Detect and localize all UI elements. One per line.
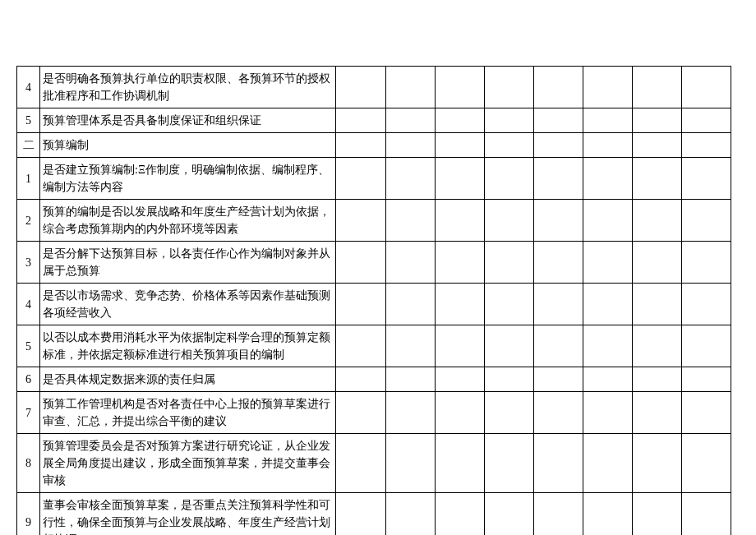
blank-cell xyxy=(681,434,731,493)
blank-cell xyxy=(385,133,435,158)
blank-cell xyxy=(681,367,731,392)
blank-cell xyxy=(336,325,385,367)
blank-cell xyxy=(583,284,632,325)
blank-cell xyxy=(533,493,583,536)
table-row: 8预算管理委员会是否对预算方案进行研究论证，从企业发展全局角度提出建议，形成全面… xyxy=(17,434,731,493)
blank-cell xyxy=(385,158,435,200)
blank-cell xyxy=(583,158,632,200)
blank-cell xyxy=(336,200,385,242)
blank-cell xyxy=(385,493,435,536)
row-number: 5 xyxy=(17,325,40,367)
blank-cell xyxy=(681,108,731,133)
table-row: 4是否以市场需求、竞争态势、价格体系等因素作基础预测各项经营收入 xyxy=(17,284,731,325)
blank-cell xyxy=(385,200,435,242)
blank-cell xyxy=(632,200,681,242)
blank-cell xyxy=(484,200,533,242)
blank-cell xyxy=(336,493,385,536)
blank-cell xyxy=(336,242,385,284)
blank-cell xyxy=(583,67,632,108)
blank-cell xyxy=(681,493,731,536)
blank-cell xyxy=(681,242,731,284)
table-row: 4是否明确各预算执行单位的职责权限、各预算环节的授权批准程序和工作协调机制 xyxy=(17,67,731,108)
blank-cell xyxy=(484,493,533,536)
blank-cell xyxy=(484,108,533,133)
row-number: 5 xyxy=(17,108,40,133)
row-description: 是否分解下达预算目标，以各责任作心作为编制对象并从属于总预算 xyxy=(40,242,336,284)
row-description: 预算管理体系是否具备制度保证和组织保证 xyxy=(40,108,336,133)
blank-cell xyxy=(484,67,533,108)
blank-cell xyxy=(681,133,731,158)
blank-cell xyxy=(336,434,385,493)
blank-cell xyxy=(632,242,681,284)
blank-cell xyxy=(583,108,632,133)
blank-cell xyxy=(385,67,435,108)
blank-cell xyxy=(583,434,632,493)
blank-cell xyxy=(336,133,385,158)
blank-cell xyxy=(435,200,484,242)
blank-cell xyxy=(484,158,533,200)
table-row: 2预算的编制是否以发展战略和年度生产经营计划为依据，综合考虑预算期内的内外部环境… xyxy=(17,200,731,242)
row-description: 预算工作管理机构是否对各责任中心上报的预算草案进行审查、汇总，并提出综合平衡的建… xyxy=(40,392,336,434)
table-row: 1是否建立预算编制:Ξ作制度，明确编制依据、编制程序、编制方法等内容 xyxy=(17,158,731,200)
blank-cell xyxy=(583,367,632,392)
blank-cell xyxy=(385,108,435,133)
blank-cell xyxy=(583,242,632,284)
blank-cell xyxy=(435,434,484,493)
blank-cell xyxy=(681,200,731,242)
table-row: 6是否具体规定数据来源的责任归属 xyxy=(17,367,731,392)
blank-cell xyxy=(336,392,385,434)
blank-cell xyxy=(632,493,681,536)
blank-cell xyxy=(435,108,484,133)
blank-cell xyxy=(583,133,632,158)
row-description: 预算编制 xyxy=(40,133,336,158)
blank-cell xyxy=(435,493,484,536)
blank-cell xyxy=(336,367,385,392)
blank-cell xyxy=(533,284,583,325)
table-row: 5预算管理体系是否具备制度保证和组织保证 xyxy=(17,108,731,133)
row-number: 4 xyxy=(17,67,40,108)
blank-cell xyxy=(632,158,681,200)
blank-cell xyxy=(632,392,681,434)
blank-cell xyxy=(533,242,583,284)
blank-cell xyxy=(632,67,681,108)
blank-cell xyxy=(583,325,632,367)
blank-cell xyxy=(435,325,484,367)
blank-cell xyxy=(385,367,435,392)
blank-cell xyxy=(632,434,681,493)
row-description: 预算管理委员会是否对预算方案进行研究论证，从企业发展全局角度提出建议，形成全面预… xyxy=(40,434,336,493)
blank-cell xyxy=(533,434,583,493)
checklist-table: 4是否明确各预算执行单位的职责权限、各预算环节的授权批准程序和工作协调机制5预算… xyxy=(16,66,731,535)
row-description: 是否建立预算编制:Ξ作制度，明确编制依据、编制程序、编制方法等内容 xyxy=(40,158,336,200)
blank-cell xyxy=(385,242,435,284)
blank-cell xyxy=(484,133,533,158)
blank-cell xyxy=(435,367,484,392)
table-row: 5以否以成本费用消耗水平为依据制定科学合理的预算定额标准，并依据定额标准进行相关… xyxy=(17,325,731,367)
blank-cell xyxy=(385,284,435,325)
blank-cell xyxy=(533,325,583,367)
row-description: 以否以成本费用消耗水平为依据制定科学合理的预算定额标准，并依据定额标准进行相关预… xyxy=(40,325,336,367)
blank-cell xyxy=(632,367,681,392)
blank-cell xyxy=(681,158,731,200)
blank-cell xyxy=(533,367,583,392)
blank-cell xyxy=(533,133,583,158)
row-number: 二 xyxy=(17,133,40,158)
blank-cell xyxy=(681,325,731,367)
blank-cell xyxy=(632,108,681,133)
blank-cell xyxy=(385,325,435,367)
blank-cell xyxy=(681,284,731,325)
blank-cell xyxy=(632,325,681,367)
blank-cell xyxy=(533,200,583,242)
blank-cell xyxy=(336,108,385,133)
blank-cell xyxy=(583,392,632,434)
row-description: 是否具体规定数据来源的责任归属 xyxy=(40,367,336,392)
row-number: 7 xyxy=(17,392,40,434)
row-number: 4 xyxy=(17,284,40,325)
row-description: 预算的编制是否以发展战略和年度生产经营计划为依据，综合考虑预算期内的内外部环境等… xyxy=(40,200,336,242)
blank-cell xyxy=(533,392,583,434)
row-number: 1 xyxy=(17,158,40,200)
blank-cell xyxy=(385,392,435,434)
table-row: 9董事会审核全面预算草案，是否重点关注预算科学性和可行性，确保全面预算与企业发展… xyxy=(17,493,731,536)
blank-cell xyxy=(484,284,533,325)
row-number: 6 xyxy=(17,367,40,392)
checklist-table-container: 4是否明确各预算执行单位的职责权限、各预算环节的授权批准程序和工作协调机制5预算… xyxy=(16,66,731,535)
